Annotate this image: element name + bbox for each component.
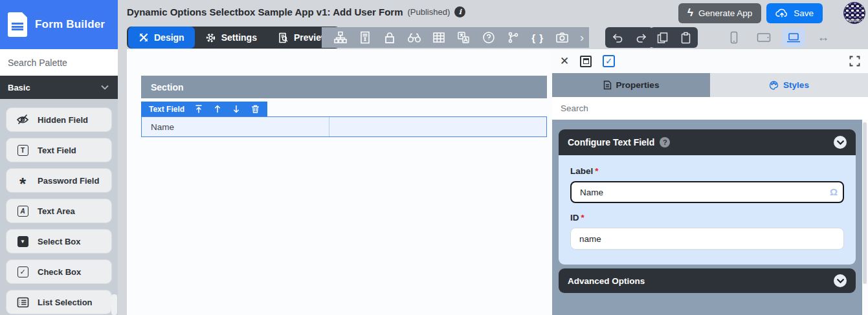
sitemap-icon[interactable] — [332, 29, 349, 46]
selectbox-icon: ▼ — [16, 235, 29, 248]
undo-redo-group — [605, 27, 653, 48]
eye-slash-icon — [16, 113, 29, 126]
selected-field-type-label: Text Field — [149, 105, 184, 114]
move-up-icon[interactable] — [213, 105, 222, 114]
expand-panel-icon[interactable] — [849, 56, 860, 67]
tab-properties[interactable]: Properties — [552, 73, 710, 97]
copy-icon[interactable] — [655, 29, 669, 46]
app-logo[interactable]: Form Builder — [0, 0, 118, 49]
help-icon[interactable] — [480, 29, 497, 46]
palette-item-text-area[interactable]: A Text Area — [6, 199, 112, 223]
configure-card-header[interactable]: Configure Text Field ? — [559, 129, 856, 155]
palette-item-hidden-field[interactable]: Hidden Field — [6, 107, 112, 132]
builder-mode-tabs: Design Settings Preview — [127, 27, 340, 49]
styles-palette-icon — [769, 81, 779, 90]
panel-tabs: Properties Styles — [552, 73, 868, 97]
tab-design-label: Design — [154, 32, 184, 43]
palette-item-password-field[interactable]: * Password Field — [6, 168, 112, 193]
page-title: Dynamic Options Selectbox Sample App v1:… — [127, 6, 403, 17]
label-input[interactable] — [570, 181, 844, 203]
palette-item-check-box[interactable]: ✓ Check Box — [6, 259, 112, 284]
camera-icon[interactable] — [554, 29, 571, 46]
binoculars-icon[interactable] — [406, 29, 423, 46]
phone-icon[interactable] — [722, 28, 746, 47]
tab-styles[interactable]: Styles — [710, 73, 868, 97]
branch-icon[interactable] — [505, 29, 522, 46]
selected-field-toolbar: Text Field — [141, 102, 267, 116]
header-actions: ϟ Generate App Save admin — [678, 2, 865, 24]
panel-scrollbar[interactable] — [862, 120, 868, 315]
translate-icon[interactable] — [455, 29, 472, 46]
canvas-gutter — [118, 49, 127, 315]
form-canvas[interactable]: Section Text Field — [118, 49, 552, 315]
palette-item-label: Text Area — [38, 206, 75, 216]
generate-app-label: Generate App — [698, 8, 752, 18]
preview-icon — [278, 32, 289, 43]
properties-search-input[interactable] — [552, 97, 868, 120]
collapse-chevron-icon[interactable] — [834, 136, 847, 149]
save-button[interactable]: Save — [766, 3, 823, 23]
paste-icon[interactable] — [678, 29, 693, 46]
full-width-icon[interactable]: ↔ — [812, 28, 835, 47]
textarea-icon: A — [16, 204, 29, 217]
panel-toolbar: ✕ ✓ — [552, 49, 868, 73]
palette-search-input[interactable] — [0, 49, 118, 76]
clipboard-group — [650, 27, 698, 48]
avatar[interactable]: admin — [843, 2, 865, 24]
palette-item-label: Hidden Field — [38, 115, 88, 125]
tab-styles-label: Styles — [783, 80, 809, 90]
palette-group-basic[interactable]: Basic — [0, 76, 118, 99]
lock-icon[interactable] — [381, 29, 398, 46]
checkbox-icon: ✓ — [16, 265, 29, 278]
configure-card: Configure Text Field ? Label* Ω — [559, 129, 856, 265]
advanced-options-title: Advanced Options — [568, 276, 645, 286]
form-section-header[interactable]: Section — [141, 76, 547, 98]
avatar-label: admin — [844, 18, 865, 23]
tab-design[interactable]: Design — [128, 27, 195, 49]
close-icon[interactable]: ✕ — [560, 54, 569, 68]
list-icon — [16, 296, 29, 309]
braces-icon[interactable]: { } — [529, 29, 546, 46]
generate-app-button[interactable]: ϟ Generate App — [678, 3, 761, 23]
palette-item-list-selection[interactable]: List Selection — [6, 290, 112, 314]
form-field-icon[interactable] — [357, 29, 373, 46]
asterisk-icon: * — [16, 174, 29, 187]
field-label-cell: Name — [142, 117, 329, 136]
tab-settings[interactable]: Settings — [195, 27, 267, 49]
selected-text-field-row[interactable]: Name — [141, 116, 547, 137]
delete-field-icon[interactable] — [250, 105, 260, 114]
section-select-icon[interactable] — [580, 56, 592, 67]
table-icon[interactable] — [430, 29, 447, 46]
id-input[interactable] — [570, 228, 844, 250]
text-box-icon: T — [16, 144, 29, 157]
tab-settings-label: Settings — [221, 32, 257, 43]
palette-item-select-box[interactable]: ▼ Select Box — [6, 229, 112, 254]
palette-item-label: Text Field — [38, 146, 76, 155]
field-selected-checkbox-icon[interactable]: ✓ — [603, 55, 615, 67]
cloud-upload-icon — [775, 8, 788, 18]
advanced-options-header[interactable]: Advanced Options — [559, 268, 856, 293]
sidebar-scrollbar[interactable] — [111, 294, 117, 315]
palette-group-label: Basic — [8, 83, 30, 92]
move-to-top-icon[interactable] — [194, 105, 203, 114]
laptop-icon[interactable] — [782, 28, 805, 47]
element-toolbar: { } › — [322, 27, 589, 48]
expand-chevron-icon[interactable] — [834, 274, 847, 287]
toolbar-overflow-chevron[interactable]: › — [579, 31, 585, 45]
tablet-icon[interactable] — [752, 28, 775, 47]
undo-icon[interactable] — [610, 29, 625, 46]
redo-icon[interactable] — [634, 29, 648, 46]
form-document-icon — [8, 12, 27, 37]
i18n-icon[interactable]: Ω — [830, 186, 838, 197]
configure-card-body: Label* Ω ID* — [559, 155, 856, 265]
palette-item-label: Check Box — [38, 267, 81, 277]
required-asterisk: * — [595, 166, 598, 176]
id-field-label: ID* — [570, 213, 844, 223]
design-tools-icon — [139, 32, 149, 43]
move-down-icon[interactable] — [232, 105, 241, 114]
palette-item-text-field[interactable]: T Text Field — [6, 138, 112, 162]
app-title: Form Builder — [35, 18, 105, 31]
help-icon[interactable]: ? — [660, 137, 670, 147]
info-icon[interactable]: i — [454, 6, 465, 17]
properties-panel: ✕ ✓ Properties — [552, 49, 868, 315]
